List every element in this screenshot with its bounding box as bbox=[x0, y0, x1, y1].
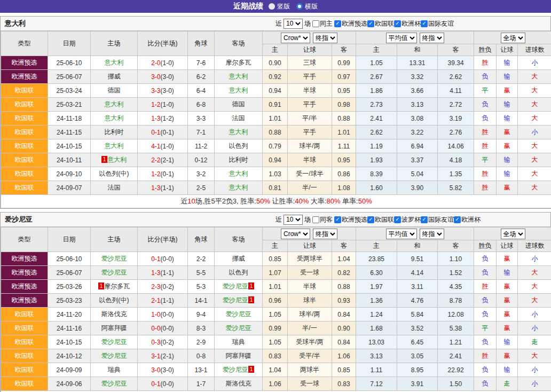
radio-unselected-icon[interactable] bbox=[269, 3, 275, 10]
bookmaker-select[interactable]: Crow* bbox=[281, 229, 310, 239]
cell-asian-home-odds: 1.04 bbox=[263, 363, 288, 377]
checkbox-checked-icon[interactable]: ✓ bbox=[454, 216, 461, 223]
halftime-score: (3-0) bbox=[161, 87, 174, 95]
cell-score: 3-0(3-0) bbox=[138, 70, 188, 84]
cell-goals-result: 小 bbox=[518, 322, 551, 335]
col-home: 主场 bbox=[91, 32, 138, 56]
summary-value: 50% bbox=[256, 197, 270, 205]
cell-goals-result: 大 bbox=[518, 280, 551, 294]
cell-goals-result: 小 bbox=[518, 56, 551, 70]
fulltime-score: 0-1 bbox=[151, 380, 160, 388]
checkbox-unchecked-icon[interactable] bbox=[312, 216, 319, 223]
cell-euro-home-odds: 2.62 bbox=[356, 126, 397, 139]
team-label: 斯洛伐克 bbox=[226, 380, 251, 387]
fulltime-score: 2-3 bbox=[151, 283, 160, 291]
cell-euro-draw-odds: 3.22 bbox=[397, 126, 438, 139]
checkbox-checked-icon[interactable]: ✓ bbox=[334, 216, 341, 223]
checkbox-checked-icon[interactable]: ✓ bbox=[394, 216, 401, 223]
checkbox-checked-icon[interactable]: ✓ bbox=[421, 20, 428, 27]
cell-euro-away-odds: 8.78 bbox=[438, 294, 474, 308]
cell-handicap-result: 赢 bbox=[497, 294, 518, 308]
same-home-filter[interactable]: 同主 bbox=[312, 19, 333, 28]
matches-count-select[interactable]: 10 bbox=[284, 19, 303, 29]
cell-competition-type: 欧国联 bbox=[1, 112, 48, 126]
cell-asian-handicap: 半/一 bbox=[288, 181, 332, 195]
cell-date: 24-10-11 bbox=[48, 153, 91, 167]
col-asian-away: 客 bbox=[332, 240, 356, 252]
cell-euro-home-odds: 1.93 bbox=[356, 153, 397, 167]
cell-euro-away-odds: 2.72 bbox=[438, 98, 474, 112]
cell-asian-home-odds: 0.79 bbox=[263, 139, 288, 153]
col-asian-handicap: 让球 bbox=[288, 44, 332, 56]
cell-winloss-result: 胜 bbox=[474, 139, 497, 153]
cell-asian-handicap: 半/一 bbox=[288, 322, 332, 335]
scope-select[interactable]: 全场 bbox=[501, 33, 525, 43]
cell-asian-home-odds: 0.88 bbox=[263, 126, 288, 139]
cell-goals-result: 大 bbox=[518, 139, 551, 153]
same-away-filter[interactable]: 同客 bbox=[312, 215, 333, 224]
radio-selected-icon[interactable] bbox=[296, 3, 303, 10]
cell-asian-handicap: 受一球 bbox=[288, 266, 332, 280]
cell-corners: 8-3 bbox=[188, 322, 215, 335]
fulltime-score: 0-3 bbox=[151, 339, 160, 346]
checkbox-checked-icon[interactable]: ✓ bbox=[421, 216, 428, 223]
asian-stage-select[interactable]: 终指 bbox=[313, 229, 337, 239]
competition-label: 欧国联 bbox=[375, 215, 394, 224]
cell-euro-home-odds: 1.05 bbox=[356, 56, 397, 70]
cell-euro-away-odds: 4.11 bbox=[438, 84, 474, 98]
cell-asian-handicap: 半球 bbox=[288, 280, 332, 294]
euro-average-select[interactable]: 平均值 bbox=[386, 229, 417, 239]
asian-stage-select[interactable]: 终指 bbox=[313, 33, 337, 43]
fulltime-score: 1-3 bbox=[151, 184, 160, 192]
summary-text: 大率: bbox=[309, 197, 326, 205]
col-asian-home: 主 bbox=[263, 44, 288, 56]
competition-filter[interactable]: ✓波罗杯 bbox=[394, 215, 421, 224]
cell-handicap-result: 赢 bbox=[497, 322, 518, 335]
halftime-score: (2-1) bbox=[161, 156, 174, 164]
summary-value: 40% bbox=[295, 197, 309, 205]
cell-home-team: 意大利 bbox=[91, 139, 138, 153]
same-away-label: 同客 bbox=[320, 215, 333, 224]
competition-filter[interactable]: ✓欧洲杯 bbox=[454, 215, 481, 224]
checkbox-checked-icon[interactable]: ✓ bbox=[394, 20, 401, 27]
radio-horizontal-layout[interactable]: 横版 bbox=[296, 2, 318, 11]
scope-select[interactable]: 全场 bbox=[501, 229, 525, 239]
cell-score: 0-3(0-2) bbox=[138, 335, 188, 349]
checkbox-checked-icon[interactable]: ✓ bbox=[334, 20, 341, 27]
cell-euro-draw-odds: 6.94 bbox=[397, 139, 438, 153]
radio-vertical-layout[interactable]: 竖版 bbox=[269, 2, 290, 11]
matches-count-select[interactable]: 10 bbox=[284, 215, 303, 225]
competition-filter[interactable]: ✓国际友谊 bbox=[421, 19, 454, 28]
euro-stage-select[interactable]: 终指 bbox=[420, 229, 444, 239]
team-label: 爱沙尼亚 bbox=[101, 338, 127, 346]
cell-competition-type: 欧洲预选 bbox=[1, 294, 48, 308]
euro-stage-select[interactable]: 终指 bbox=[420, 33, 444, 43]
cell-corners: 3-3 bbox=[188, 112, 215, 126]
competition-filter[interactable]: ✓欧洲预选 bbox=[334, 215, 367, 224]
checkbox-unchecked-icon[interactable] bbox=[312, 20, 319, 27]
cell-date: 24-10-15 bbox=[48, 139, 91, 153]
cell-asian-away-odds: 0.90 bbox=[332, 322, 356, 335]
competition-filter[interactable]: ✓欧洲杯 bbox=[394, 19, 421, 28]
cell-score: 1-3(1-2) bbox=[138, 112, 188, 126]
team-label: 爱沙尼亚 bbox=[223, 296, 248, 304]
cell-score: 3-0(3-0) bbox=[138, 363, 188, 377]
cell-asian-handicap: 球半/两 bbox=[288, 139, 332, 153]
cell-euro-away-odds: 4.18 bbox=[438, 153, 474, 167]
competition-filter[interactable]: ✓欧洲预选 bbox=[334, 19, 367, 28]
competition-filter[interactable]: ✓欧国联 bbox=[367, 19, 394, 28]
bookmaker-select[interactable]: Crow* bbox=[281, 33, 310, 43]
euro-average-select[interactable]: 平均值 bbox=[386, 33, 417, 43]
checkbox-checked-icon[interactable]: ✓ bbox=[367, 216, 374, 223]
cell-euro-home-odds: 1.68 bbox=[356, 322, 397, 335]
result-group: 全场 bbox=[474, 32, 551, 44]
fulltime-score: 0-1 bbox=[151, 129, 160, 136]
competition-filter[interactable]: ✓国际友谊 bbox=[421, 215, 454, 224]
checkbox-checked-icon[interactable]: ✓ bbox=[367, 20, 374, 27]
cell-euro-home-odds: 1.24 bbox=[356, 308, 397, 322]
cell-euro-away-odds: 4.35 bbox=[438, 280, 474, 294]
cell-score: 1-3(1-1) bbox=[138, 181, 188, 195]
col-corner: 角球 bbox=[188, 32, 215, 56]
competition-filter[interactable]: ✓欧国联 bbox=[367, 215, 394, 224]
cell-winloss-result: 负 bbox=[474, 98, 497, 112]
